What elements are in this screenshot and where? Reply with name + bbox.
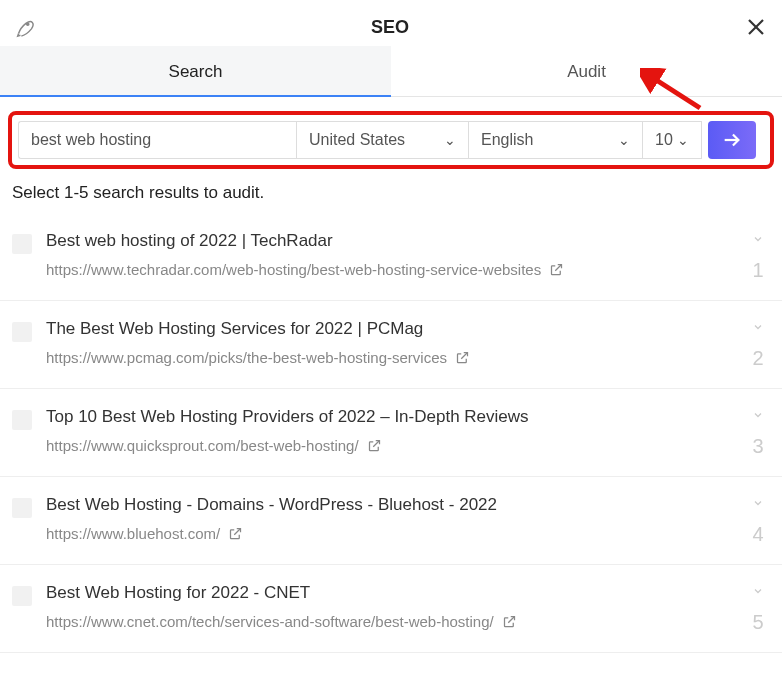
chevron-down-icon[interactable] (750, 495, 766, 513)
result-rank: 2 (752, 347, 763, 370)
tab-audit[interactable]: Audit (391, 46, 782, 96)
result-row: Top 10 Best Web Hosting Providers of 202… (0, 389, 782, 477)
chevron-down-icon[interactable] (750, 319, 766, 337)
result-title: Best Web Hosting for 2022 - CNET (46, 583, 732, 603)
tab-search[interactable]: Search (0, 46, 391, 96)
result-checkbox[interactable] (12, 586, 32, 606)
external-link-icon[interactable] (455, 350, 470, 365)
chevron-down-icon[interactable] (750, 407, 766, 425)
external-link-icon[interactable] (549, 262, 564, 277)
page-title: SEO (36, 17, 744, 38)
chevron-down-icon: ⌄ (618, 132, 630, 148)
result-title: Best Web Hosting - Domains - WordPress -… (46, 495, 732, 515)
search-controls: best web hosting United States ⌄ English… (8, 111, 774, 169)
country-value: United States (309, 131, 405, 149)
chevron-down-icon: ⌄ (677, 132, 689, 148)
chevron-down-icon[interactable] (750, 231, 766, 249)
result-checkbox[interactable] (12, 498, 32, 518)
result-url: https://www.bluehost.com/ (46, 525, 220, 542)
external-link-icon[interactable] (367, 438, 382, 453)
result-url: https://www.pcmag.com/picks/the-best-web… (46, 349, 447, 366)
result-rank: 4 (752, 523, 763, 546)
result-title: Top 10 Best Web Hosting Providers of 202… (46, 407, 732, 427)
result-row: Best web hosting of 2022 | TechRadar htt… (0, 213, 782, 301)
count-value: 10 (655, 131, 673, 149)
result-checkbox[interactable] (12, 322, 32, 342)
country-select[interactable]: United States ⌄ (296, 121, 468, 159)
results-count-select[interactable]: 10 ⌄ (642, 121, 702, 159)
chevron-down-icon[interactable] (750, 583, 766, 601)
rocket-icon (14, 16, 36, 38)
language-select[interactable]: English ⌄ (468, 121, 642, 159)
external-link-icon[interactable] (228, 526, 243, 541)
tabs: Search Audit (0, 46, 782, 97)
result-url: https://www.techradar.com/web-hosting/be… (46, 261, 541, 278)
result-checkbox[interactable] (12, 410, 32, 430)
search-query-value: best web hosting (31, 131, 151, 149)
language-value: English (481, 131, 533, 149)
result-url: https://www.cnet.com/tech/services-and-s… (46, 613, 494, 630)
result-checkbox[interactable] (12, 234, 32, 254)
result-url: https://www.quicksprout.com/best-web-hos… (46, 437, 359, 454)
result-rank: 5 (752, 611, 763, 634)
result-rank: 3 (752, 435, 763, 458)
search-submit-button[interactable] (708, 121, 756, 159)
result-row: Best Web Hosting for 2022 - CNET https:/… (0, 565, 782, 653)
result-row: The Best Web Hosting Services for 2022 |… (0, 301, 782, 389)
results-list: Best web hosting of 2022 | TechRadar htt… (0, 213, 782, 653)
close-icon[interactable] (744, 15, 768, 39)
instruction-text: Select 1-5 search results to audit. (0, 177, 782, 213)
result-rank: 1 (752, 259, 763, 282)
chevron-down-icon: ⌄ (444, 132, 456, 148)
external-link-icon[interactable] (502, 614, 517, 629)
result-title: The Best Web Hosting Services for 2022 |… (46, 319, 732, 339)
result-title: Best web hosting of 2022 | TechRadar (46, 231, 732, 251)
svg-point-0 (27, 23, 29, 25)
result-row: Best Web Hosting - Domains - WordPress -… (0, 477, 782, 565)
search-query-input[interactable]: best web hosting (18, 121, 296, 159)
